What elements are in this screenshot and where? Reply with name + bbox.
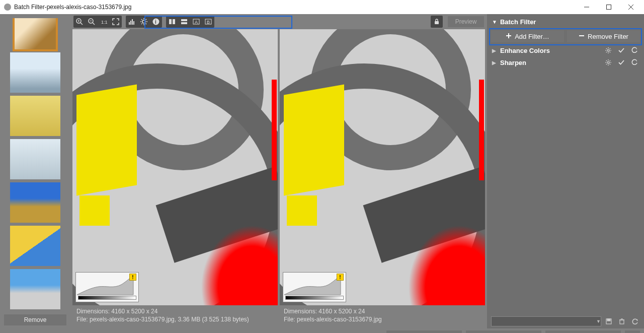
- title-file-name: pexels-alexis-caso-3153679.jpg: [47, 4, 132, 11]
- filter-buttons-row: Add Filter… Remove Filter: [487, 29, 644, 44]
- preset-row: ▼: [487, 314, 644, 328]
- check-icon[interactable]: [617, 46, 626, 55]
- apply-button[interactable]: Apply: [466, 330, 541, 333]
- split-vertical-icon[interactable]: [166, 16, 178, 28]
- thumbnail-list[interactable]: [4, 18, 66, 309]
- svg-line-24: [146, 19, 147, 20]
- compare-group: A B: [166, 16, 214, 28]
- add-filter-button[interactable]: Add Filter…: [491, 30, 564, 42]
- chevron-right-icon: ▶: [492, 60, 496, 65]
- reset-icon[interactable]: [630, 46, 639, 55]
- apply-to-all-button[interactable]: Apply to All: [386, 330, 462, 333]
- show-result-icon[interactable]: B: [202, 16, 214, 28]
- undo-button[interactable]: [625, 330, 640, 333]
- thumbnail-item[interactable]: [10, 96, 60, 136]
- thumbnail-item[interactable]: [10, 139, 60, 179]
- svg-line-5: [80, 23, 83, 25]
- display-options-group: i: [126, 16, 162, 28]
- undo-preset-icon[interactable]: [630, 316, 640, 326]
- plus-icon: [506, 33, 512, 40]
- exposure-warning-icon[interactable]: [138, 16, 150, 28]
- thumbnail-item[interactable]: [10, 226, 60, 266]
- reset-icon[interactable]: [630, 58, 639, 67]
- svg-text:B: B: [207, 20, 210, 25]
- lock-icon[interactable]: [431, 16, 443, 28]
- panel-header[interactable]: ▼ Batch Filter: [487, 14, 644, 29]
- preview-button[interactable]: Preview: [448, 16, 484, 27]
- gear-icon[interactable]: [604, 58, 613, 67]
- client-area: Remove 1:1: [0, 14, 644, 333]
- svg-rect-43: [620, 320, 624, 324]
- zoom-actual-icon[interactable]: 1:1: [98, 16, 110, 28]
- preview-pane-original: ! Dimensions: 4160 x 5200 x 24 File: pex…: [72, 29, 278, 326]
- dimensions-label: Dimensions: 4160 x 5200 x 24: [284, 307, 481, 315]
- histogram-overlay: !: [283, 272, 346, 302]
- preview-image-original[interactable]: !: [72, 29, 278, 305]
- window-maximize-button[interactable]: [598, 0, 620, 14]
- zoom-in-icon[interactable]: [73, 16, 86, 28]
- filter-item-enhance-colors[interactable]: ▶ Enhance Colors: [487, 44, 644, 56]
- show-original-icon[interactable]: A: [190, 16, 202, 28]
- filter-name: Enhance Colors: [500, 47, 600, 54]
- thumbnail-item[interactable]: [10, 269, 60, 309]
- zoom-group: 1:1: [73, 16, 122, 28]
- gradient-bar: [285, 296, 344, 300]
- gear-icon[interactable]: [604, 46, 613, 55]
- warning-icon: !: [129, 274, 136, 281]
- chevron-right-icon: ▶: [492, 48, 496, 53]
- svg-text:i: i: [155, 19, 156, 25]
- svg-line-22: [146, 24, 147, 25]
- preview-toolbar: 1:1: [70, 14, 487, 29]
- preview-image-result[interactable]: !: [280, 29, 485, 305]
- thumbnail-item[interactable]: [10, 182, 60, 223]
- title-app-name: Batch Filter: [14, 4, 45, 11]
- filter-item-sharpen[interactable]: ▶ Sharpen: [487, 56, 644, 69]
- remove-filter-label: Remove Filter: [588, 33, 628, 40]
- svg-point-40: [607, 61, 609, 63]
- svg-rect-13: [130, 21, 131, 25]
- check-icon[interactable]: [617, 58, 626, 67]
- split-horizontal-icon[interactable]: [178, 16, 190, 28]
- svg-rect-42: [607, 319, 610, 321]
- window-minimize-button[interactable]: [576, 0, 598, 14]
- svg-rect-28: [173, 19, 175, 24]
- cancel-button[interactable]: Cancel: [545, 330, 621, 333]
- chevron-down-icon: ▼: [596, 319, 601, 324]
- gradient-bar: [78, 296, 136, 300]
- thumbnail-item[interactable]: [15, 18, 56, 49]
- info-icon[interactable]: i: [150, 16, 162, 28]
- remove-filter-button[interactable]: Remove Filter: [567, 30, 640, 42]
- image-meta-original: Dimensions: 4160 x 5200 x 24 File: pexel…: [72, 305, 278, 326]
- file-label: File: pexels-alexis-caso-3153679.jpg: [284, 315, 481, 323]
- remove-button[interactable]: Remove: [4, 314, 66, 325]
- svg-text:1:1: 1:1: [101, 20, 108, 25]
- preview-area: ! Dimensions: 4160 x 5200 x 24 File: pex…: [70, 29, 487, 328]
- image-meta-result: Dimensions: 4160 x 5200 x 24 File: pexel…: [280, 305, 485, 326]
- svg-text:A: A: [195, 20, 198, 25]
- svg-rect-14: [132, 19, 133, 25]
- titlebar: Batch Filter - pexels-alexis-caso-315367…: [0, 0, 644, 14]
- delete-preset-icon[interactable]: [617, 316, 627, 326]
- chevron-down-icon: ▼: [492, 19, 497, 25]
- thumbnail-item[interactable]: [10, 52, 60, 93]
- filters-panel: ▼ Batch Filter Add Filter… Remove Filter: [487, 14, 644, 328]
- zoom-out-icon[interactable]: [86, 16, 98, 28]
- zoom-fit-icon[interactable]: [110, 16, 122, 28]
- svg-line-21: [141, 19, 142, 20]
- histogram-icon[interactable]: [126, 16, 138, 28]
- file-label: File: pexels-alexis-caso-3153679.jpg, 3.…: [76, 315, 274, 323]
- warning-icon: !: [337, 274, 344, 281]
- window-close-button[interactable]: [620, 0, 642, 14]
- preset-dropdown[interactable]: [491, 316, 601, 326]
- svg-rect-1: [607, 5, 611, 10]
- main-row: Remove 1:1: [0, 14, 644, 328]
- svg-line-23: [141, 24, 142, 25]
- histogram-overlay: !: [75, 272, 139, 302]
- svg-rect-29: [181, 19, 187, 21]
- svg-point-16: [142, 20, 145, 23]
- svg-rect-35: [435, 21, 439, 24]
- svg-line-9: [93, 23, 95, 25]
- center-area: 1:1: [70, 14, 487, 328]
- save-preset-icon[interactable]: [604, 316, 614, 326]
- add-filter-label: Add Filter…: [515, 33, 549, 40]
